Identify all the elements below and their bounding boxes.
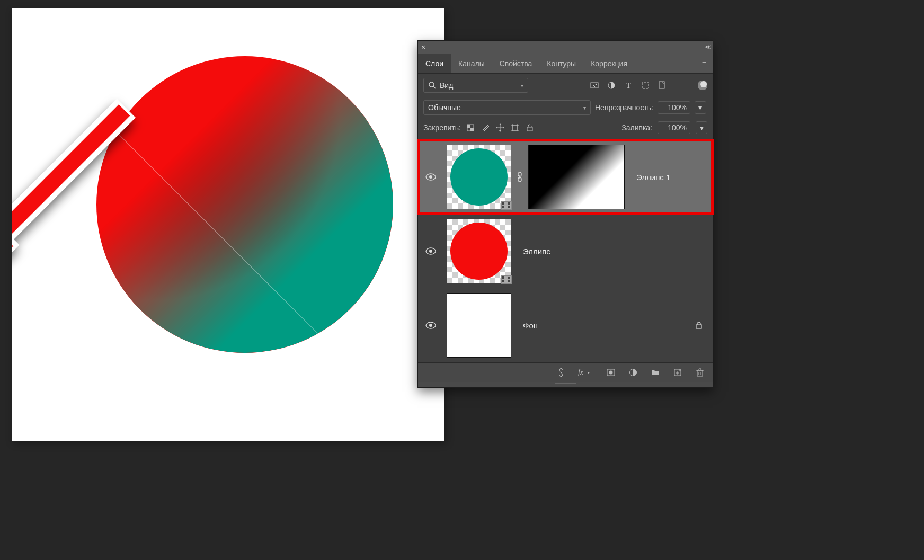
svg-point-22 <box>429 175 432 179</box>
lock-artboard-icon[interactable] <box>511 123 519 132</box>
svg-rect-37 <box>697 370 703 376</box>
svg-point-27 <box>429 250 432 253</box>
svg-line-2 <box>433 86 436 88</box>
filter-icons: T <box>590 81 707 90</box>
shape-badge-icon <box>501 275 512 284</box>
tab-paths[interactable]: Контуры <box>539 54 583 73</box>
mask-link-icon[interactable] <box>514 172 525 182</box>
chevron-down-icon: ▾ <box>521 83 523 88</box>
layer-row[interactable]: Фон <box>418 288 713 362</box>
delete-layer-icon[interactable] <box>695 367 705 378</box>
svg-rect-15 <box>512 125 518 130</box>
opacity-value[interactable]: 100% <box>658 101 690 114</box>
lock-all-icon[interactable] <box>526 123 534 132</box>
svg-point-29 <box>429 324 432 327</box>
opacity-label: Непрозрачность: <box>595 103 653 112</box>
svg-rect-7 <box>659 82 664 88</box>
link-layers-icon[interactable] <box>556 367 566 378</box>
layer-name[interactable]: Фон <box>523 321 538 330</box>
close-icon[interactable]: × <box>421 43 425 51</box>
svg-point-32 <box>609 371 613 375</box>
svg-rect-6 <box>642 82 648 88</box>
svg-marker-13 <box>496 127 497 129</box>
add-mask-icon[interactable] <box>606 367 616 378</box>
lock-transparency-icon[interactable] <box>466 123 475 132</box>
shape-badge-icon <box>501 201 512 210</box>
filter-type-label: Вид <box>440 81 453 90</box>
filter-type-dropdown[interactable]: Вид ▾ <box>423 78 528 93</box>
opacity-slider-toggle[interactable]: ▾ <box>695 101 706 114</box>
svg-point-1 <box>429 82 434 87</box>
collapse-icon[interactable]: << <box>705 43 709 51</box>
svg-point-4 <box>596 84 597 85</box>
workspace: × << Слои Каналы Свойства Контуры Коррек… <box>0 0 924 560</box>
visibility-toggle[interactable] <box>418 247 443 255</box>
visibility-toggle[interactable] <box>418 173 443 181</box>
svg-rect-10 <box>470 128 474 131</box>
add-adjustment-icon[interactable] <box>628 367 638 378</box>
layer-row[interactable]: Эллипс <box>418 214 713 288</box>
layer-thumbnail[interactable] <box>447 293 511 358</box>
chevron-down-icon: ▾ <box>583 105 586 111</box>
fill-value[interactable]: 100% <box>658 121 690 134</box>
blend-opacity-row: Обычные ▾ Непрозрачность: 100% ▾ <box>418 97 713 118</box>
filter-adjustment-icon[interactable] <box>607 81 616 90</box>
layer-row[interactable]: Эллипс 1 <box>418 140 713 214</box>
blend-mode-dropdown[interactable]: Обычные ▾ <box>423 100 591 115</box>
layers-list: Эллипс 1 Эллипс Фон <box>418 140 713 362</box>
tab-layers[interactable]: Слои <box>418 54 451 73</box>
tab-properties[interactable]: Свойства <box>492 54 539 73</box>
svg-marker-12 <box>499 130 501 132</box>
layer-filter-row: Вид ▾ T <box>418 74 713 97</box>
new-group-icon[interactable] <box>650 367 661 378</box>
document-canvas[interactable] <box>12 8 444 441</box>
lock-fill-row: Закрепить: Заливка: 100% ▾ <box>418 118 713 140</box>
svg-rect-20 <box>527 127 532 131</box>
svg-rect-3 <box>591 83 598 88</box>
panel-menu-icon[interactable]: ≡ <box>696 54 713 73</box>
panel-tabs: Слои Каналы Свойства Контуры Коррекция ≡ <box>418 54 713 74</box>
panel-resize-grip[interactable] <box>418 382 713 387</box>
svg-rect-9 <box>467 125 470 128</box>
svg-marker-14 <box>503 127 504 129</box>
new-layer-icon[interactable] <box>672 367 683 378</box>
filter-smartobj-icon[interactable] <box>658 81 667 90</box>
layers-panel: × << Слои Каналы Свойства Контуры Коррек… <box>417 40 713 388</box>
search-icon <box>428 81 437 90</box>
lock-label: Закрепить: <box>423 123 461 132</box>
visibility-toggle[interactable] <box>418 322 443 329</box>
fill-label: Заливка: <box>621 123 652 132</box>
layer-name[interactable]: Эллипс 1 <box>636 173 670 182</box>
panel-titlebar[interactable]: × << <box>418 41 713 54</box>
fill-slider-toggle[interactable]: ▾ <box>696 121 707 134</box>
ellipse-teal-masked[interactable] <box>96 56 393 353</box>
tab-channels[interactable]: Каналы <box>451 54 492 73</box>
layer-name[interactable]: Эллипс <box>523 247 550 256</box>
fx-icon[interactable]: fx▾ <box>578 367 594 378</box>
mask-thumbnail[interactable] <box>528 145 625 209</box>
filter-type-text-icon[interactable]: T <box>624 81 633 90</box>
layer-thumbnail[interactable] <box>447 219 511 283</box>
lock-icon[interactable] <box>695 321 703 330</box>
blend-mode-value: Обычные <box>428 103 461 112</box>
svg-rect-30 <box>696 325 701 328</box>
filter-pixel-icon[interactable] <box>590 81 599 90</box>
tab-adjustments[interactable]: Коррекция <box>583 54 635 73</box>
lock-position-icon[interactable] <box>496 123 504 132</box>
lock-pixels-icon[interactable] <box>481 123 490 132</box>
filter-shape-icon[interactable] <box>641 81 650 90</box>
filter-toggle[interactable] <box>698 81 707 90</box>
svg-marker-11 <box>499 123 501 125</box>
layers-panel-footer: fx▾ <box>418 362 713 382</box>
layer-thumbnail[interactable] <box>447 145 511 209</box>
